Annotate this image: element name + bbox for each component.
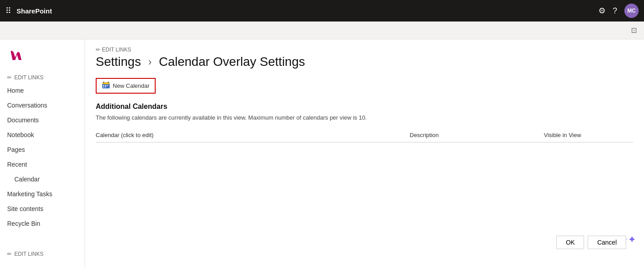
- app-title: SharePoint: [17, 7, 52, 15]
- sidebar-item-notebook[interactable]: Notebook: [0, 128, 85, 142]
- help-icon[interactable]: ?: [613, 6, 617, 16]
- app-grid-icon[interactable]: ⠿: [5, 6, 11, 16]
- pencil-icon-bottom: ✏: [7, 251, 12, 257]
- sidebar-item-documents[interactable]: Documents: [0, 113, 85, 128]
- svg-rect-6: [107, 85, 108, 86]
- content-area: ✏ EDIT LINKS Settings › Calendar Overlay…: [85, 39, 644, 267]
- col-visible: Visible in View: [544, 130, 633, 140]
- svg-rect-7: [103, 86, 104, 87]
- svg-rect-3: [108, 82, 109, 83]
- user-avatar[interactable]: MC: [624, 4, 639, 18]
- calendar-icon: [102, 82, 110, 90]
- breadcrumb-separator: ›: [148, 56, 152, 68]
- svg-rect-8: [105, 86, 106, 87]
- breadcrumb-row: ✏ EDIT LINKS: [96, 47, 633, 53]
- new-calendar-button[interactable]: New Calendar: [96, 78, 156, 94]
- page-header: ✏ EDIT LINKS Settings › Calendar Overlay…: [85, 39, 644, 69]
- pencil-icon-top: ✏: [7, 74, 12, 81]
- top-bar-right: ⚙ ? MC: [598, 4, 639, 18]
- sidebar-item-site-contents[interactable]: Site contents: [0, 202, 85, 216]
- svg-rect-4: [103, 85, 104, 86]
- sidebar-item-pages[interactable]: Pages: [0, 142, 85, 157]
- col-description: Description: [410, 130, 544, 140]
- section-title: Additional Calendars: [96, 103, 633, 111]
- svg-rect-5: [105, 85, 106, 86]
- new-calendar-label: New Calendar: [113, 82, 149, 89]
- edit-links-top[interactable]: ✏ EDIT LINKS: [0, 72, 85, 83]
- section-description: The following calendars are currently av…: [96, 114, 633, 121]
- sidebar-item-recent[interactable]: Recent: [0, 157, 85, 172]
- sidebar-item-recycle-bin[interactable]: Recycle Bin: [0, 216, 85, 231]
- edit-links-bottom[interactable]: ✏ EDIT LINKS: [0, 248, 85, 260]
- page-title-calendar-overlay: Calendar Overlay Settings: [159, 55, 305, 69]
- page-title-settings: Settings: [96, 55, 141, 69]
- page-title-row: Settings › Calendar Overlay Settings: [96, 55, 633, 69]
- breadcrumb-edit-label: EDIT LINKS: [102, 47, 131, 53]
- sidebar-item-conversations[interactable]: Conversations: [0, 98, 85, 113]
- table-header: Calendar (click to edit) Description Vis…: [96, 128, 633, 142]
- settings-icon[interactable]: ⚙: [598, 6, 606, 16]
- bottom-actions: OK Cancel: [556, 236, 626, 249]
- top-bar-left: ⠿ SharePoint: [5, 6, 593, 16]
- ok-button[interactable]: OK: [556, 236, 584, 249]
- sidebar-item-home[interactable]: Home: [0, 83, 85, 98]
- nav-section: Home Conversations Documents Notebook Pa…: [0, 83, 85, 248]
- cancel-button[interactable]: Cancel: [588, 236, 626, 249]
- edit-links-top-label: EDIT LINKS: [14, 74, 43, 81]
- sidebar-item-calendar[interactable]: Calendar: [0, 172, 85, 187]
- sidebar-item-marketing-tasks[interactable]: Marketing Tasks: [0, 187, 85, 202]
- second-bar: ⊡: [0, 22, 644, 39]
- edit-links-bottom-label: EDIT LINKS: [14, 251, 43, 257]
- sidebar: ✏ EDIT LINKS Home Conversations Document…: [0, 39, 85, 267]
- site-logo: [7, 47, 25, 65]
- svg-rect-2: [103, 82, 104, 83]
- col-calendar: Calendar (click to edit): [96, 130, 410, 140]
- expand-icon[interactable]: ⊡: [631, 26, 637, 34]
- main-layout: ✏ EDIT LINKS Home Conversations Document…: [0, 39, 644, 267]
- top-bar: ⠿ SharePoint ⚙ ? MC: [0, 0, 644, 22]
- site-logo-area: [0, 47, 85, 72]
- additional-calendars-section: Additional Calendars The following calen…: [85, 103, 644, 142]
- breadcrumb-edit-links[interactable]: ✏ EDIT LINKS: [96, 47, 131, 53]
- pencil-icon-breadcrumb: ✏: [96, 47, 100, 53]
